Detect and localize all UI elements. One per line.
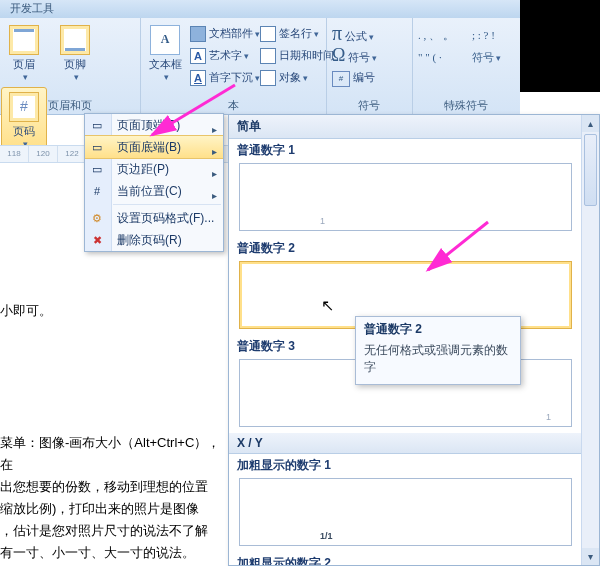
gallery-item-1[interactable]: 1: [239, 163, 572, 231]
footer-button[interactable]: 页脚▾: [52, 20, 98, 83]
page-number-button[interactable]: # 页码▾: [1, 87, 47, 150]
special-symbols-more[interactable]: 符号▾: [472, 46, 501, 68]
tooltip: 普通数字 2 无任何格式或强调元素的数字: [355, 316, 521, 385]
mouse-cursor-icon: ↖: [321, 296, 334, 315]
ribbon: 页眉▾ 页脚▾ # 页码▾ 页眉和页 A 文本框▾ 文档部件▾ A艺术字▾ A首…: [0, 18, 520, 115]
special-symbols-row1a[interactable]: . , 、 。: [418, 24, 454, 46]
symbol-button[interactable]: Ω 符号▾: [332, 44, 377, 66]
header-button[interactable]: 页眉▾: [1, 20, 47, 83]
menu-page-top[interactable]: ▭页面顶端(T)▸: [85, 114, 223, 136]
menu-current-position[interactable]: #当前位置(C)▸: [85, 180, 223, 202]
group-caption-symbol: 符号: [326, 98, 412, 114]
gallery-scrollbar[interactable]: ▴ ▾: [581, 115, 599, 565]
tooltip-title: 普通数字 2: [364, 321, 512, 338]
group-caption-special: 特殊符号: [412, 98, 520, 114]
tab-developer[interactable]: 开发工具: [0, 0, 64, 17]
gallery-item-1-label: 普通数字 1: [229, 139, 582, 161]
tooltip-body: 无任何格式或强调元素的数字: [364, 342, 512, 376]
document-body: 小即可。 菜单：图像-画布大小（Alt+Ctrl+C），在 出您想要的份数，移动…: [0, 200, 228, 566]
special-symbols-row2a[interactable]: " " ( ·: [418, 46, 454, 68]
gallery-section-simple: 简单: [229, 115, 582, 139]
scroll-thumb[interactable]: [584, 134, 597, 206]
gallery-item-bold1-label: 加粗显示的数字 1: [229, 454, 582, 476]
gallery-item-2-label: 普通数字 2: [229, 237, 582, 259]
gallery-item-bold1[interactable]: 1/1: [239, 478, 572, 546]
title-bar: 开发工具: [0, 0, 600, 19]
wordart-button[interactable]: A艺术字▾: [190, 44, 260, 66]
object-button[interactable]: 对象▾: [260, 66, 334, 88]
black-area: [520, 0, 600, 92]
scroll-up[interactable]: ▴: [582, 115, 599, 132]
textbox-button[interactable]: A 文本框▾: [142, 20, 188, 83]
gallery-item-bold2-label: 加粗显示的数字 2: [229, 552, 582, 565]
special-symbols-row1b[interactable]: ; : ? !: [472, 24, 501, 46]
group-caption-headerfooter: 页眉和页: [0, 98, 140, 114]
gallery-section-xy: X / Y: [229, 433, 582, 454]
menu-page-bottom[interactable]: ▭页面底端(B)▸: [85, 135, 223, 159]
scroll-down[interactable]: ▾: [582, 548, 599, 565]
group-caption-text: 本: [140, 98, 326, 114]
quickparts-button[interactable]: 文档部件▾: [190, 22, 260, 44]
signature-button[interactable]: 签名行▾: [260, 22, 334, 44]
numbering-button[interactable]: # 编号: [332, 66, 377, 88]
equation-button[interactable]: π 公式▾: [332, 22, 377, 44]
datetime-button[interactable]: 日期和时间: [260, 44, 334, 66]
dropcap-button[interactable]: A首字下沉▾: [190, 66, 260, 88]
menu-page-margins[interactable]: ▭页边距(P)▸: [85, 158, 223, 180]
doc-paragraph: 菜单：图像-画布大小（Alt+Ctrl+C），在 出您想要的份数，移动到理想的位…: [0, 432, 228, 564]
